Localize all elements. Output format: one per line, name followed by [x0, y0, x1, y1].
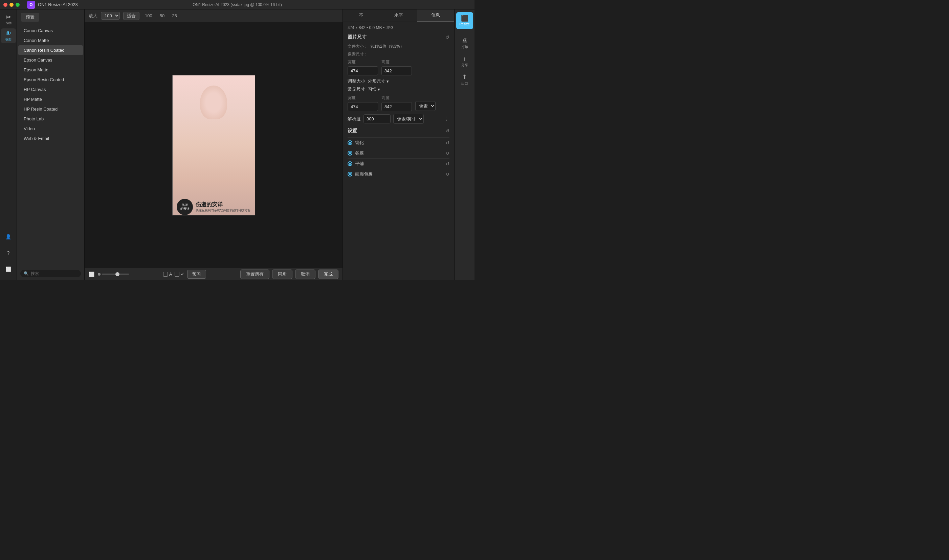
done-button[interactable]: 完成: [318, 269, 338, 279]
bottom-left: ⬜: [89, 272, 129, 277]
preset-item-epson-resin-coated[interactable]: Epson Resin Coated: [18, 75, 83, 85]
slider-thumb[interactable]: [116, 272, 119, 276]
tab-info[interactable]: 信息: [417, 9, 454, 22]
slider-wrap[interactable]: [98, 273, 129, 275]
action-share[interactable]: ↑ 分享: [456, 53, 473, 70]
preset-item-web-email[interactable]: Web & Email: [18, 134, 83, 143]
minimize-button[interactable]: [9, 3, 14, 7]
width-field[interactable]: [347, 66, 378, 75]
sharpen-radio[interactable]: [347, 140, 352, 145]
sidebar-item-square[interactable]: ⬜: [1, 262, 16, 277]
unit-select[interactable]: 像素 英寸 厘米: [415, 101, 435, 111]
app-layout: ✂ 作物 👁 视图 👤 ? ⬜ 预置 Canon Canvas Canon Ma…: [0, 9, 474, 280]
checkbox-b[interactable]: [174, 272, 179, 277]
pixel-size-label-row: 像素尺寸：: [347, 51, 449, 57]
preset-item-canon-resin-coated[interactable]: Canon Resin Coated: [18, 45, 83, 55]
preset-button[interactable]: 预置: [21, 13, 39, 22]
checkbox-a[interactable]: [163, 272, 168, 277]
sidebar-item-help[interactable]: ?: [1, 246, 16, 260]
preset-item-hp-matte[interactable]: HP Matte: [18, 94, 83, 104]
sidebar-item-user[interactable]: 👤: [1, 229, 16, 244]
resolution-field[interactable]: [364, 114, 390, 123]
reset-all-button[interactable]: 重置所有: [240, 269, 269, 279]
gallery-wrap-radio[interactable]: [347, 172, 352, 177]
resize-icon: ⬛: [461, 15, 468, 21]
preset-item-video[interactable]: Video: [18, 124, 83, 134]
file-size-row: 文件大小： %1%2位（%3%）: [347, 44, 449, 49]
sidebar-item-gallery[interactable]: ✂ 作物: [1, 12, 16, 27]
canvas-toolbar: 放大 100 50 25 200 适合 100 50 25: [85, 9, 343, 22]
preset-item-canon-matte[interactable]: Canon Matte: [18, 35, 83, 45]
action-resize[interactable]: ⬛ Resize: [456, 12, 473, 29]
zoom-select[interactable]: 100 50 25 200: [101, 12, 120, 20]
slider-track[interactable]: [102, 274, 129, 275]
grain-reset-icon[interactable]: ↺: [446, 151, 449, 156]
settings-header: 设置 ↺: [347, 128, 449, 134]
checkbox-b-wrap[interactable]: ✓: [174, 272, 184, 277]
photo-size-reset-icon[interactable]: ↺: [445, 34, 449, 40]
preset-item-epson-matte[interactable]: Epson Matte: [18, 65, 83, 75]
preset-item-canon-canvas[interactable]: Canon Canvas: [18, 26, 83, 35]
width-col-2: 宽度: [347, 95, 378, 111]
tab-horizontal[interactable]: 水平: [380, 9, 417, 22]
tile-radio-inner: [349, 163, 351, 165]
sharpen-reset-icon[interactable]: ↺: [446, 140, 449, 145]
checkbox-a-wrap[interactable]: A: [163, 272, 172, 277]
view-icon: 👁: [5, 31, 11, 37]
resize-label: Resize: [459, 22, 470, 26]
resolution-menu-icon[interactable]: ⋮: [444, 115, 449, 122]
gallery-icon: ✂: [6, 14, 11, 20]
fit-100-button[interactable]: 100: [143, 12, 154, 19]
file-size-value: %1%2位（%3%）: [370, 44, 404, 49]
search-icon: 🔍: [24, 271, 29, 276]
preset-item-photo-lab[interactable]: Photo Lab: [18, 114, 83, 124]
width-field-2[interactable]: [347, 102, 378, 111]
tab-not[interactable]: 不: [343, 9, 380, 22]
action-export[interactable]: ⬆ 出口: [456, 71, 473, 88]
watermark: 伤逝的安详 伤逝的安详 关注互联网与系统软件技术的打科技博客: [177, 199, 250, 215]
height-field[interactable]: [381, 66, 412, 75]
close-button[interactable]: [3, 3, 8, 7]
grain-radio[interactable]: [347, 151, 352, 155]
tile-radio[interactable]: [347, 161, 352, 166]
height-field-2[interactable]: [381, 102, 412, 111]
preview-button[interactable]: 预习: [187, 270, 206, 278]
preset-item-hp-resin-coated[interactable]: HP Resin Coated: [18, 104, 83, 114]
search-wrap[interactable]: 🔍: [20, 270, 81, 277]
export-label: 出口: [461, 81, 468, 86]
fit-25-button[interactable]: 25: [170, 12, 179, 19]
watermark-main-text: 伤逝的安详: [196, 201, 250, 208]
fit-button[interactable]: 适合: [123, 12, 139, 20]
photo-preview: 伤逝的安详 伤逝的安详 关注互联网与系统软件技术的打科技博客: [173, 75, 255, 215]
watermark-logo: 伤逝的安详: [177, 199, 193, 215]
outer-size-dropdown[interactable]: 外形尺寸 ▾: [368, 78, 389, 84]
right-tabs: 不 水平 信息: [343, 9, 454, 22]
preset-item-epson-canvas[interactable]: Epson Canvas: [18, 55, 83, 65]
search-input[interactable]: [31, 271, 77, 276]
preset-item-hp-canvas[interactable]: HP Canvas: [18, 85, 83, 94]
pixel-size-label: 像素尺寸：: [347, 51, 368, 57]
gallery-wrap-reset-icon[interactable]: ↺: [446, 172, 449, 177]
settings-sharpen-row: 锐化 ↺: [347, 137, 449, 148]
maximize-button[interactable]: [15, 3, 20, 7]
window-controls: [3, 3, 20, 7]
adjust-label: 调整大小: [347, 78, 365, 84]
habit-dropdown[interactable]: 习惯 ▾: [368, 86, 380, 92]
sidebar-item-view[interactable]: 👁 视图: [1, 28, 16, 43]
user-icon: 👤: [5, 234, 11, 239]
settings-grain-row: 谷膜 ↺: [347, 148, 449, 158]
cancel-button[interactable]: 取消: [295, 269, 315, 279]
sidebar-item-view-label: 视图: [5, 37, 11, 42]
tile-reset-icon[interactable]: ↺: [446, 161, 449, 166]
window-title: ON1 Resize AI 2023 (ssdax.jpg @ 100.0% 1…: [193, 2, 282, 7]
resolution-unit-select[interactable]: 像素/英寸 像素/厘米: [393, 114, 424, 124]
settings-reset-icon[interactable]: ↺: [445, 128, 449, 134]
share-icon: ↑: [463, 56, 466, 62]
bottom-icon-left: ⬜: [89, 272, 94, 277]
action-print[interactable]: 🖨 打印: [456, 35, 473, 52]
preset-header: 预置: [17, 9, 84, 25]
fit-50-button[interactable]: 50: [158, 12, 167, 19]
habit-label: 习惯: [368, 86, 377, 92]
sync-button[interactable]: 同步: [272, 269, 292, 279]
right-action-bar: ⬛ Resize 🖨 打印 ↑ 分享 ⬆ 出口: [454, 9, 474, 280]
